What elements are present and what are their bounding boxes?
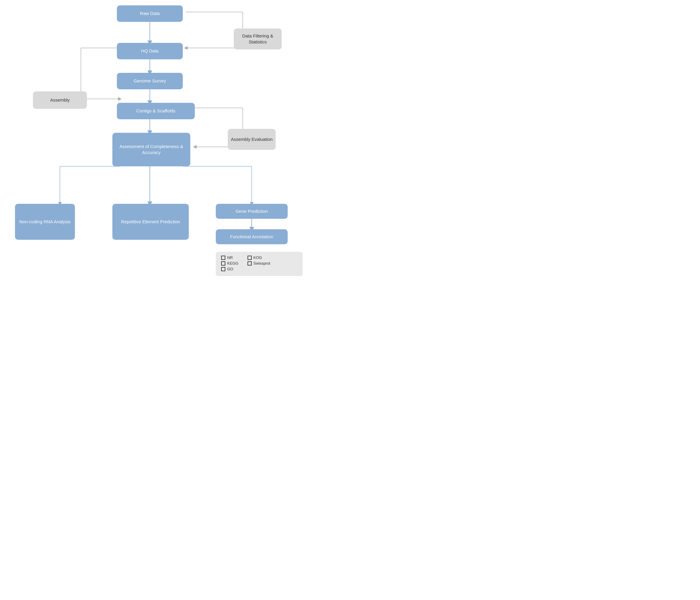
legend-label-swissprot: Swissprot (253, 261, 270, 266)
legend-label-nr: NR (227, 255, 233, 260)
data-filtering-node: Data Filtering & Statistics (234, 28, 282, 49)
legend-sq-kog (248, 256, 252, 260)
assembly-evaluation-node: Assembly Evaluation (228, 129, 276, 150)
noncoding-rna-node: Non-coding RNA Analysis (15, 204, 75, 240)
gene-prediction-node: Gene Prediction (216, 204, 288, 219)
legend-kegg: KEGG (221, 261, 239, 266)
diagram: Raw Data Data Filtering & Statistics HQ … (0, 0, 350, 300)
legend-sq-nr (221, 256, 225, 260)
raw-data-node: Raw Data (117, 5, 183, 22)
legend-go: GO (221, 267, 239, 271)
functional-annotation-node: Functional Annotation (216, 229, 288, 244)
assembly-node: Assembly (33, 92, 87, 109)
genome-survey-node: Genome Survey (117, 73, 183, 89)
legend-sq-swissprot (248, 261, 252, 266)
contigs-scaffolds-node: Contigs & Scaffolds (117, 103, 195, 119)
legend-sq-kegg (221, 261, 225, 266)
legend-sq-go (221, 267, 225, 271)
legend-swissprot: Swissprot (248, 261, 270, 266)
repetitive-element-node: Repetitive Element Prediction (112, 204, 189, 240)
legend-label-go: GO (227, 267, 233, 271)
legend-label-kegg: KEGG (227, 261, 239, 266)
legend-nr: NR (221, 255, 239, 260)
legend-box: NR KEGG GO KOG Swissprot (216, 252, 303, 276)
legend-kog: KOG (248, 255, 270, 260)
legend-label-kog: KOG (253, 255, 262, 260)
assessment-node: Assessment of Completeness & Accuracy (112, 133, 190, 166)
hq-data-node: HQ Data (117, 43, 183, 59)
